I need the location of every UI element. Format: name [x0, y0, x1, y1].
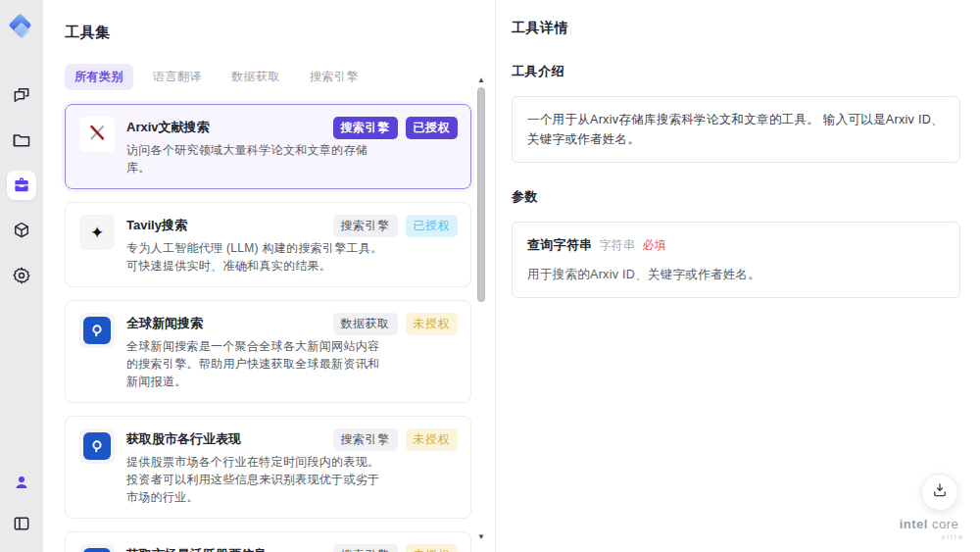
- tool-description: 全球新闻搜索是一个聚合全球各大新闻网站内容的搜索引擎。帮助用户快速获取全球最新资…: [126, 337, 389, 390]
- intro-text: 一个用于从Arxiv存储库搜索科学论文和文章的工具。 输入可以是Arxiv ID…: [527, 113, 944, 146]
- tool-list: Arxiv文献搜索 访问各个研究领域大量科学论文和文章的存储库。 搜索引擎 已授…: [65, 104, 471, 552]
- tool-details-panel: 工具详情 工具介绍 一个用于从Arxiv存储库搜索科学论文和文章的工具。 输入可…: [495, 0, 980, 552]
- sidebar-item-settings[interactable]: [7, 261, 36, 290]
- left-sidebar: [0, 0, 43, 552]
- tool-badges: 搜索引擎 未授权: [333, 544, 459, 552]
- tool-card[interactable]: 获取市场最活跃股票信息 提供当天交易量最高的股票列表。投资者可以利用这些信息来识…: [65, 531, 471, 552]
- auth-status-badge: 未授权: [406, 313, 459, 335]
- param-box: 查询字符串 字符串 必填 用于搜索的Arxiv ID、关键字或作者姓名。: [512, 222, 960, 298]
- sidebar-item-packages[interactable]: [7, 216, 36, 245]
- search-logo-icon: [83, 432, 111, 460]
- download-icon: [931, 481, 949, 503]
- category-tab[interactable]: 数据获取: [221, 64, 290, 90]
- chat-icon: [12, 85, 31, 105]
- tool-card[interactable]: 全球新闻搜索 全球新闻搜索是一个聚合全球各大新闻网站内容的搜索引擎。帮助用户快速…: [65, 300, 471, 403]
- category-tab[interactable]: 搜索引擎: [300, 64, 368, 90]
- tool-description: 提供股票市场各个行业在特定时间段内的表现。投资者可以利用这些信息来识别表现优于或…: [126, 453, 389, 506]
- param-name: 查询字符串: [527, 235, 593, 256]
- tool-badges: 数据获取 未授权: [333, 313, 459, 335]
- tool-badges: 搜索引擎 未授权: [333, 428, 459, 451]
- brand-product: core: [932, 517, 958, 531]
- sidebar-nav: [7, 80, 36, 290]
- tool-card[interactable]: 获取股市各行业表现 提供股票市场各个行业在特定时间段内的表现。投资者可以利用这些…: [65, 416, 471, 519]
- details-title: 工具详情: [512, 20, 960, 37]
- tool-badges: 搜索引擎 已授权: [333, 117, 459, 139]
- category-tabs: 所有类别语言翻译数据获取搜索引擎: [65, 64, 495, 90]
- sidebar-item-tools[interactable]: [7, 171, 36, 200]
- search-logo-icon: [83, 317, 111, 344]
- tool-icon: [79, 313, 115, 348]
- category-tab[interactable]: 所有类别: [65, 64, 133, 90]
- auth-status-badge: 未授权: [406, 544, 459, 552]
- sidebar-bottom: [7, 468, 36, 538]
- category-badge: 搜索引擎: [333, 215, 398, 237]
- category-badge: 搜索引擎: [333, 544, 398, 552]
- tool-description: 专为人工智能代理 (LLM) 构建的搜索引擎工具。可快速提供实时、准确和真实的结…: [126, 239, 389, 275]
- toolset-panel: 工具集 所有类别语言翻译数据获取搜索引擎: [43, 0, 495, 552]
- param-description: 用于搜索的Arxiv ID、关键字或作者姓名。: [527, 265, 945, 284]
- user-icon: [13, 474, 30, 491]
- scrollbar-thumb[interactable]: [477, 87, 485, 302]
- download-button[interactable]: [921, 474, 958, 511]
- params-heading: 参数: [512, 188, 960, 206]
- brand-name: intel: [900, 517, 928, 531]
- tool-icon: ✦: [79, 215, 115, 250]
- arxiv-icon: [86, 122, 108, 147]
- category-badge: 搜索引擎: [333, 117, 398, 139]
- brand-variant: ultra: [894, 533, 964, 540]
- page-title: 工具集: [65, 24, 495, 42]
- param-required-label: 必填: [642, 236, 666, 255]
- tool-icon: [79, 428, 115, 464]
- sidebar-item-chat[interactable]: [7, 80, 36, 110]
- tavily-star-icon: ✦: [90, 225, 104, 241]
- category-badge: 数据获取: [333, 313, 398, 335]
- search-logo-icon: [83, 548, 111, 552]
- sidebar-item-files[interactable]: [7, 125, 36, 155]
- auth-status-badge: 未授权: [406, 428, 459, 451]
- scroll-down-arrow[interactable]: ▼: [475, 533, 487, 541]
- intro-box: 一个用于从Arxiv存储库搜索科学论文和文章的工具。 输入可以是Arxiv ID…: [512, 96, 960, 163]
- app-logo: [7, 14, 36, 43]
- param-type: 字符串: [600, 236, 636, 255]
- gear-icon: [12, 266, 31, 285]
- param-header: 查询字符串 字符串 必填: [527, 235, 945, 256]
- tool-badges: 搜索引擎 已授权: [333, 215, 459, 237]
- tool-card[interactable]: Arxiv文献搜索 访问各个研究领域大量科学论文和文章的存储库。 搜索引擎 已授…: [65, 104, 471, 189]
- category-badge: 搜索引擎: [333, 428, 398, 451]
- toolbox-icon: [12, 176, 31, 195]
- scroll-up-arrow[interactable]: ▲: [475, 76, 487, 84]
- tool-icon: [79, 117, 115, 152]
- tool-card[interactable]: ✦ Tavily搜索 专为人工智能代理 (LLM) 构建的搜索引擎工具。可快速提…: [65, 202, 471, 287]
- intel-core-logo: intel core ultra: [894, 518, 964, 540]
- tool-icon: [79, 544, 115, 552]
- sidebar-item-account[interactable]: [7, 468, 36, 497]
- intro-heading: 工具介绍: [512, 63, 960, 80]
- tool-description: 访问各个研究领域大量科学论文和文章的存储库。: [126, 141, 389, 176]
- panel-icon: [12, 514, 31, 533]
- package-icon: [12, 221, 31, 240]
- auth-status-badge: 已授权: [406, 117, 459, 139]
- sidebar-item-collapse[interactable]: [7, 509, 36, 538]
- category-tab[interactable]: 语言翻译: [143, 64, 212, 90]
- folder-icon: [12, 130, 31, 150]
- list-scrollbar[interactable]: ▲ ▼: [475, 76, 487, 541]
- auth-status-badge: 已授权: [406, 215, 459, 237]
